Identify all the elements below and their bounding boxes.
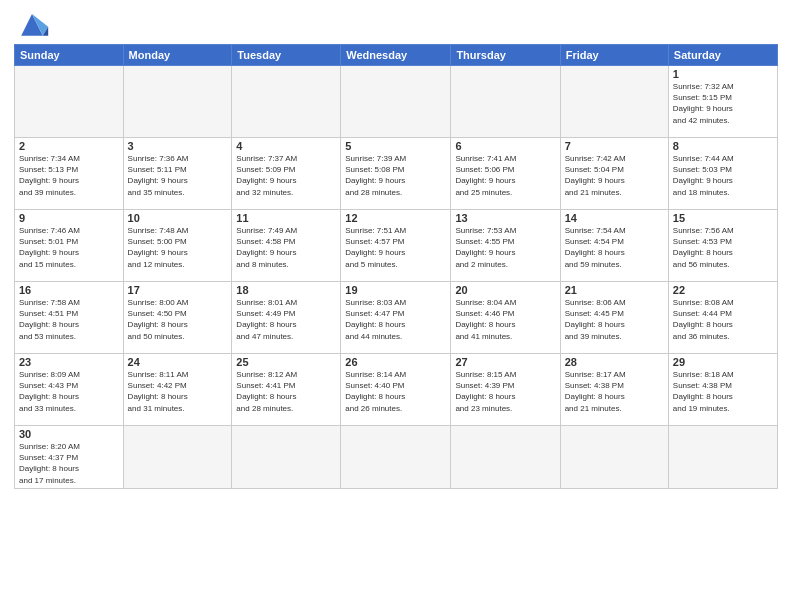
day-number: 6 — [455, 140, 555, 152]
day-number: 10 — [128, 212, 228, 224]
calendar-cell: 8Sunrise: 7:44 AM Sunset: 5:03 PM Daylig… — [668, 138, 777, 210]
logo-icon — [14, 10, 50, 38]
day-info: Sunrise: 8:09 AM Sunset: 4:43 PM Dayligh… — [19, 369, 119, 414]
calendar-cell: 27Sunrise: 8:15 AM Sunset: 4:39 PM Dayli… — [451, 354, 560, 426]
day-number: 28 — [565, 356, 664, 368]
calendar-cell: 2Sunrise: 7:34 AM Sunset: 5:13 PM Daylig… — [15, 138, 124, 210]
day-info: Sunrise: 7:53 AM Sunset: 4:55 PM Dayligh… — [455, 225, 555, 270]
calendar-cell: 6Sunrise: 7:41 AM Sunset: 5:06 PM Daylig… — [451, 138, 560, 210]
day-info: Sunrise: 8:14 AM Sunset: 4:40 PM Dayligh… — [345, 369, 446, 414]
calendar-week-row: 23Sunrise: 8:09 AM Sunset: 4:43 PM Dayli… — [15, 354, 778, 426]
calendar-cell: 30Sunrise: 8:20 AM Sunset: 4:37 PM Dayli… — [15, 426, 124, 489]
day-number: 18 — [236, 284, 336, 296]
header — [14, 10, 778, 38]
day-header-friday: Friday — [560, 45, 668, 66]
day-number: 15 — [673, 212, 773, 224]
day-number: 26 — [345, 356, 446, 368]
calendar-cell — [123, 66, 232, 138]
day-number: 14 — [565, 212, 664, 224]
day-info: Sunrise: 8:04 AM Sunset: 4:46 PM Dayligh… — [455, 297, 555, 342]
day-info: Sunrise: 7:34 AM Sunset: 5:13 PM Dayligh… — [19, 153, 119, 198]
day-number: 25 — [236, 356, 336, 368]
day-number: 16 — [19, 284, 119, 296]
calendar-cell — [451, 66, 560, 138]
day-header-wednesday: Wednesday — [341, 45, 451, 66]
day-info: Sunrise: 7:37 AM Sunset: 5:09 PM Dayligh… — [236, 153, 336, 198]
day-info: Sunrise: 7:49 AM Sunset: 4:58 PM Dayligh… — [236, 225, 336, 270]
calendar-cell: 25Sunrise: 8:12 AM Sunset: 4:41 PM Dayli… — [232, 354, 341, 426]
calendar-cell: 14Sunrise: 7:54 AM Sunset: 4:54 PM Dayli… — [560, 210, 668, 282]
day-info: Sunrise: 7:41 AM Sunset: 5:06 PM Dayligh… — [455, 153, 555, 198]
day-info: Sunrise: 8:15 AM Sunset: 4:39 PM Dayligh… — [455, 369, 555, 414]
day-info: Sunrise: 7:42 AM Sunset: 5:04 PM Dayligh… — [565, 153, 664, 198]
day-number: 1 — [673, 68, 773, 80]
day-info: Sunrise: 7:46 AM Sunset: 5:01 PM Dayligh… — [19, 225, 119, 270]
day-info: Sunrise: 8:01 AM Sunset: 4:49 PM Dayligh… — [236, 297, 336, 342]
day-number: 2 — [19, 140, 119, 152]
day-header-thursday: Thursday — [451, 45, 560, 66]
calendar-cell: 15Sunrise: 7:56 AM Sunset: 4:53 PM Dayli… — [668, 210, 777, 282]
calendar-cell: 1Sunrise: 7:32 AM Sunset: 5:15 PM Daylig… — [668, 66, 777, 138]
calendar-cell: 5Sunrise: 7:39 AM Sunset: 5:08 PM Daylig… — [341, 138, 451, 210]
day-info: Sunrise: 7:56 AM Sunset: 4:53 PM Dayligh… — [673, 225, 773, 270]
day-info: Sunrise: 7:32 AM Sunset: 5:15 PM Dayligh… — [673, 81, 773, 126]
day-number: 8 — [673, 140, 773, 152]
day-info: Sunrise: 8:00 AM Sunset: 4:50 PM Dayligh… — [128, 297, 228, 342]
calendar-cell: 3Sunrise: 7:36 AM Sunset: 5:11 PM Daylig… — [123, 138, 232, 210]
calendar-cell — [232, 66, 341, 138]
day-info: Sunrise: 7:58 AM Sunset: 4:51 PM Dayligh… — [19, 297, 119, 342]
day-info: Sunrise: 8:20 AM Sunset: 4:37 PM Dayligh… — [19, 441, 119, 486]
calendar-cell: 13Sunrise: 7:53 AM Sunset: 4:55 PM Dayli… — [451, 210, 560, 282]
calendar-week-row: 16Sunrise: 7:58 AM Sunset: 4:51 PM Dayli… — [15, 282, 778, 354]
calendar-cell: 21Sunrise: 8:06 AM Sunset: 4:45 PM Dayli… — [560, 282, 668, 354]
calendar-cell: 4Sunrise: 7:37 AM Sunset: 5:09 PM Daylig… — [232, 138, 341, 210]
calendar-cell — [341, 426, 451, 489]
day-number: 30 — [19, 428, 119, 440]
calendar-cell — [560, 66, 668, 138]
calendar-cell — [668, 426, 777, 489]
calendar-cell: 23Sunrise: 8:09 AM Sunset: 4:43 PM Dayli… — [15, 354, 124, 426]
calendar-cell — [451, 426, 560, 489]
day-info: Sunrise: 7:36 AM Sunset: 5:11 PM Dayligh… — [128, 153, 228, 198]
day-number: 20 — [455, 284, 555, 296]
calendar-cell — [341, 66, 451, 138]
day-number: 4 — [236, 140, 336, 152]
calendar-cell: 24Sunrise: 8:11 AM Sunset: 4:42 PM Dayli… — [123, 354, 232, 426]
day-number: 19 — [345, 284, 446, 296]
calendar-cell: 10Sunrise: 7:48 AM Sunset: 5:00 PM Dayli… — [123, 210, 232, 282]
calendar-table: SundayMondayTuesdayWednesdayThursdayFrid… — [14, 44, 778, 489]
day-number: 24 — [128, 356, 228, 368]
calendar-week-row: 30Sunrise: 8:20 AM Sunset: 4:37 PM Dayli… — [15, 426, 778, 489]
calendar-cell: 20Sunrise: 8:04 AM Sunset: 4:46 PM Dayli… — [451, 282, 560, 354]
day-info: Sunrise: 7:44 AM Sunset: 5:03 PM Dayligh… — [673, 153, 773, 198]
day-number: 3 — [128, 140, 228, 152]
calendar-cell: 7Sunrise: 7:42 AM Sunset: 5:04 PM Daylig… — [560, 138, 668, 210]
day-header-monday: Monday — [123, 45, 232, 66]
day-info: Sunrise: 8:18 AM Sunset: 4:38 PM Dayligh… — [673, 369, 773, 414]
day-number: 29 — [673, 356, 773, 368]
calendar-cell — [232, 426, 341, 489]
day-header-tuesday: Tuesday — [232, 45, 341, 66]
calendar-header-row: SundayMondayTuesdayWednesdayThursdayFrid… — [15, 45, 778, 66]
calendar-cell: 17Sunrise: 8:00 AM Sunset: 4:50 PM Dayli… — [123, 282, 232, 354]
day-info: Sunrise: 8:08 AM Sunset: 4:44 PM Dayligh… — [673, 297, 773, 342]
day-number: 11 — [236, 212, 336, 224]
day-info: Sunrise: 8:12 AM Sunset: 4:41 PM Dayligh… — [236, 369, 336, 414]
calendar-cell: 11Sunrise: 7:49 AM Sunset: 4:58 PM Dayli… — [232, 210, 341, 282]
day-info: Sunrise: 8:03 AM Sunset: 4:47 PM Dayligh… — [345, 297, 446, 342]
logo — [14, 10, 54, 38]
day-number: 7 — [565, 140, 664, 152]
day-info: Sunrise: 8:06 AM Sunset: 4:45 PM Dayligh… — [565, 297, 664, 342]
calendar-week-row: 2Sunrise: 7:34 AM Sunset: 5:13 PM Daylig… — [15, 138, 778, 210]
day-info: Sunrise: 7:51 AM Sunset: 4:57 PM Dayligh… — [345, 225, 446, 270]
calendar-cell: 16Sunrise: 7:58 AM Sunset: 4:51 PM Dayli… — [15, 282, 124, 354]
day-number: 23 — [19, 356, 119, 368]
calendar-cell: 19Sunrise: 8:03 AM Sunset: 4:47 PM Dayli… — [341, 282, 451, 354]
day-number: 22 — [673, 284, 773, 296]
day-header-sunday: Sunday — [15, 45, 124, 66]
day-info: Sunrise: 7:48 AM Sunset: 5:00 PM Dayligh… — [128, 225, 228, 270]
day-number: 12 — [345, 212, 446, 224]
day-header-saturday: Saturday — [668, 45, 777, 66]
day-info: Sunrise: 7:54 AM Sunset: 4:54 PM Dayligh… — [565, 225, 664, 270]
day-info: Sunrise: 8:11 AM Sunset: 4:42 PM Dayligh… — [128, 369, 228, 414]
